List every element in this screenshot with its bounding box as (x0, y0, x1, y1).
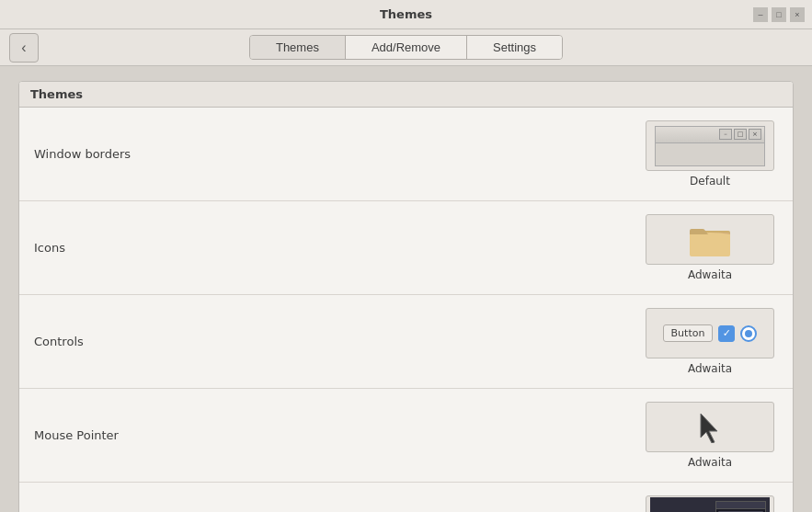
tab-settings[interactable]: Settings (467, 36, 562, 59)
wm-max-icon: □ (734, 129, 747, 140)
table-row: Icons (19, 201, 793, 295)
preview-window-borders[interactable]: – □ × Default (642, 120, 778, 188)
themes-panel: Themes Window borders – □ × Default (18, 81, 794, 512)
back-button[interactable]: ‹ (9, 33, 39, 63)
folder-svg-icon (690, 223, 730, 256)
preview-box-controls: Button ✓ (646, 308, 774, 358)
cursor-svg-icon (697, 412, 723, 443)
demo-checkbox: ✓ (718, 325, 735, 342)
preview-box-window-borders: – □ × (646, 120, 774, 171)
svg-marker-3 (701, 414, 717, 443)
preview-label-window-borders: Default (690, 175, 730, 188)
preview-box-desktop (646, 495, 774, 512)
demo-button: Button (663, 324, 714, 342)
table-row: Mouse Pointer Adwaita (19, 389, 793, 483)
wm-decoration-preview: – □ × (655, 126, 765, 166)
preview-box-mouse-pointer (646, 402, 774, 452)
desktop-miniature (650, 497, 770, 513)
row-label-window-borders: Window borders (34, 147, 642, 161)
preview-box-icons (646, 214, 774, 265)
preview-label-controls: Adwaita (688, 362, 732, 375)
wm-min-icon: – (719, 129, 732, 140)
wm-titlebar: – □ × (656, 127, 764, 143)
maximize-button[interactable]: □ (772, 7, 786, 22)
preview-mouse-pointer[interactable]: Adwaita (642, 402, 778, 469)
controls-demo: Button ✓ (663, 324, 758, 342)
table-row: Controls Button ✓ Adwaita (19, 295, 793, 389)
row-label-icons: Icons (34, 241, 642, 255)
preview-controls[interactable]: Button ✓ Adwaita (642, 308, 778, 375)
minimize-button[interactable]: – (753, 7, 768, 22)
tab-themes[interactable]: Themes (250, 36, 346, 59)
table-row: Window borders – □ × Default (19, 108, 793, 201)
table-row: Desktop ci (19, 483, 793, 512)
preview-label-icons: Adwaita (688, 268, 732, 281)
desktop-mini-window (715, 501, 766, 513)
window-controls: – □ × (753, 7, 805, 22)
titlebar: Themes – □ × (0, 0, 812, 29)
row-label-controls: Controls (34, 335, 642, 348)
preview-label-mouse-pointer: Adwaita (688, 456, 732, 469)
row-label-mouse-pointer: Mouse Pointer (34, 428, 642, 442)
main-content: Themes Window borders – □ × Default (0, 66, 812, 512)
panel-title: Themes (19, 82, 793, 108)
tab-group: Themes Add/Remove Settings (249, 35, 563, 60)
desktop-mini-content (716, 509, 765, 513)
desktop-mini-titlebar (716, 502, 765, 509)
tab-add-remove[interactable]: Add/Remove (346, 36, 467, 59)
demo-radio-inner (745, 330, 752, 337)
window-title: Themes (380, 7, 432, 21)
demo-radio (740, 325, 757, 342)
preview-desktop[interactable]: cinnamon (642, 495, 778, 512)
close-button[interactable]: × (790, 7, 805, 22)
navbar: ‹ Themes Add/Remove Settings (0, 29, 812, 66)
wm-close-icon: × (749, 129, 761, 140)
preview-icons[interactable]: Adwaita (642, 214, 778, 281)
